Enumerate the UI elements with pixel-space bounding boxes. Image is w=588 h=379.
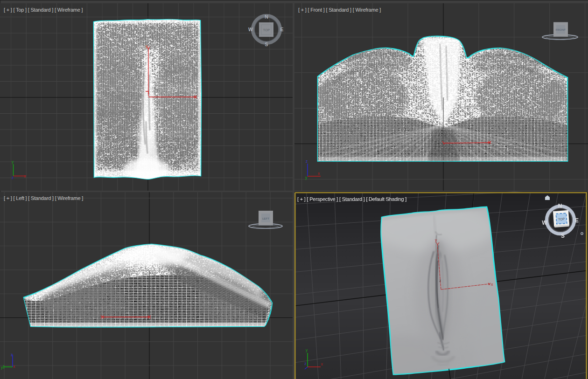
- svg-text:z: z: [304, 361, 306, 366]
- svg-text:S: S: [561, 233, 565, 239]
- svg-text:S: S: [265, 41, 268, 47]
- svg-text:W: W: [248, 27, 253, 32]
- svg-text:[ + ] [ Top ] [ Standard ] [ W: [ + ] [ Top ] [ Standard ] [ Wireframe ]: [4, 7, 83, 13]
- svg-text:[ + ] [ Front ] [ Standard ] [: [ + ] [ Front ] [ Standard ] [ Wireframe…: [298, 7, 381, 13]
- svg-text:[ + ] [ Left ] [ Standard ] [: [ + ] [ Left ] [ Standard ] [ Wireframe …: [4, 195, 83, 201]
- svg-text:E: E: [575, 217, 579, 224]
- svg-text:y: y: [435, 238, 437, 242]
- svg-text:y: y: [146, 44, 148, 48]
- svg-text:z: z: [306, 159, 308, 164]
- svg-text:[ + ] [ Perspective ] [ Standa: [ + ] [ Perspective ] [ Standard ] [ Def…: [297, 196, 406, 202]
- svg-text:LEFT: LEFT: [262, 217, 269, 220]
- svg-text:x: x: [491, 282, 493, 287]
- svg-text:TOP: TOP: [263, 28, 270, 32]
- svg-text:E: E: [280, 27, 283, 32]
- svg-text:z: z: [12, 175, 14, 180]
- svg-text:z: z: [11, 352, 13, 357]
- svg-text:N: N: [558, 203, 562, 209]
- svg-text:W: W: [542, 220, 547, 226]
- svg-text:z: z: [439, 278, 441, 283]
- svg-text:FRONT: FRONT: [556, 28, 566, 31]
- svg-text:N: N: [265, 14, 268, 20]
- svg-text:TOP: TOP: [558, 217, 565, 221]
